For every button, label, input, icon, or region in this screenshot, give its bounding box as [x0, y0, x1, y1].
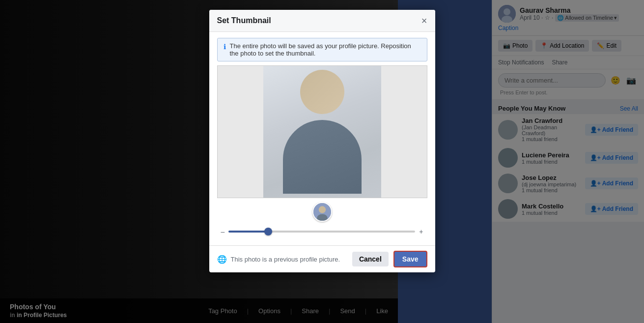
thumbnail-image: [312, 202, 332, 222]
cancel-button[interactable]: Cancel: [352, 252, 389, 266]
svg-point-4: [318, 206, 325, 213]
modal-info-text: The entire photo will be saved as your p…: [230, 42, 421, 57]
set-thumbnail-modal: Set Thumbnail × ℹ The entire photo will …: [209, 10, 435, 272]
modal-overlay: Set Thumbnail × ℹ The entire photo will …: [0, 0, 644, 323]
info-icon: ℹ: [224, 43, 226, 51]
save-button[interactable]: Save: [393, 251, 427, 267]
zoom-slider[interactable]: [228, 231, 415, 233]
zoom-out-icon: –: [221, 228, 225, 235]
modal-close-button[interactable]: ×: [421, 16, 427, 26]
zoom-in-icon: +: [419, 228, 423, 235]
thumbnail-preview: [217, 198, 427, 226]
modal-title: Set Thumbnail: [217, 16, 271, 25]
footer-info-text: This photo is a previous profile picture…: [231, 256, 340, 263]
modal-body: – +: [209, 65, 435, 245]
modal-footer: 🌐 This photo is a previous profile pictu…: [209, 245, 435, 272]
zoom-slider-row: – +: [217, 226, 427, 239]
footer-left: 🌐 This photo is a previous profile pictu…: [217, 255, 347, 264]
modal-info-box: ℹ The entire photo will be saved as your…: [217, 38, 427, 61]
photo-crop-area[interactable]: [217, 65, 427, 198]
fb-background: Photos of You in in Profile Pictures Tag…: [0, 0, 644, 323]
globe-icon: 🌐: [217, 255, 227, 264]
modal-header: Set Thumbnail ×: [209, 10, 435, 32]
